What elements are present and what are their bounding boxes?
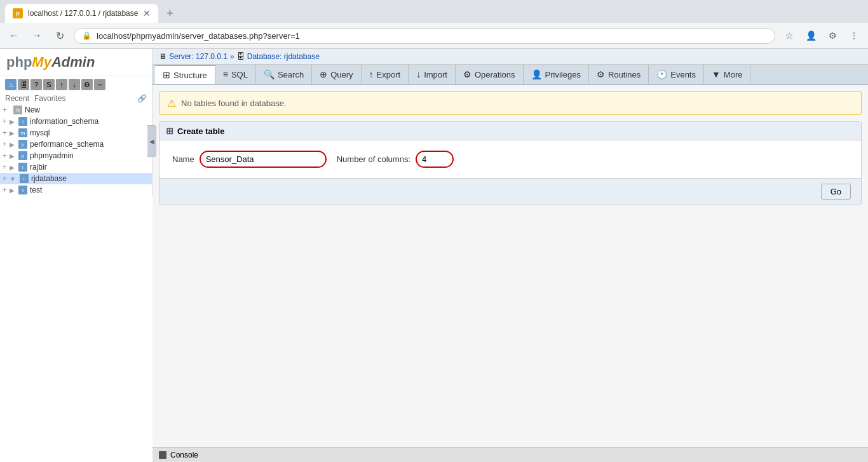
sidebar-import-icon[interactable]: ↓ <box>69 79 80 90</box>
new-tab-button[interactable]: + <box>161 4 179 22</box>
sidebar-home-icon[interactable]: ⌂ <box>5 79 17 90</box>
breadcrumb-server-icon: 🖥 <box>159 52 166 61</box>
db-icon-mysql: m <box>18 128 27 137</box>
db-item-performance-schema[interactable]: + ▶ p performance_schema <box>0 139 152 150</box>
tab-search-label: Search <box>278 70 304 79</box>
sidebar-sync-icon[interactable]: ↔ <box>94 79 105 90</box>
tab-more[interactable]: ▼ More <box>704 65 750 84</box>
url-text: localhost/phpmyadmin/server_databases.ph… <box>97 31 300 41</box>
tab-events[interactable]: 🕐 Events <box>649 65 704 84</box>
tab-import-label: Import <box>424 70 447 79</box>
sidebar-links: Recent Favorites 🔗 <box>0 93 152 104</box>
pma-logo: phpMyAdmin <box>6 54 95 71</box>
table-name-input[interactable] <box>200 151 327 168</box>
sidebar-outer: phpMyAdmin ⌂ 🗄 ? S ↑ ↓ ⚙ ↔ Recent <box>0 49 153 462</box>
db-item-test[interactable]: + ▶ t test <box>0 184 152 196</box>
tab-title: localhost / 127.0.0.1 / rjdatabase <box>28 9 138 18</box>
db-item-new[interactable]: + N New <box>0 104 152 116</box>
sidebar-settings-icon[interactable]: ⚙ <box>81 79 93 90</box>
tab-query[interactable]: ⊕ Query <box>312 65 361 84</box>
section-body: Name Number of columns: <box>159 140 861 178</box>
sidebar-query-icon[interactable]: ? <box>31 79 42 90</box>
tab-structure[interactable]: ⊞ Structure <box>155 65 215 84</box>
create-table-section: ⊞ Create table Name Number of columns: <box>159 121 862 205</box>
db-name-phpmyadmin: phpmyadmin <box>30 151 74 160</box>
db-item-rajbir[interactable]: + ▶ r rajbir <box>0 161 152 173</box>
db-icon-phpmyadmin: p <box>18 151 27 160</box>
tab-routines[interactable]: ⚙ Routines <box>589 65 649 84</box>
db-name-test: test <box>30 186 42 194</box>
favorites-link[interactable]: Favorites <box>34 94 65 103</box>
back-button[interactable]: ← <box>5 27 23 44</box>
search-icon: 🔍 <box>264 69 275 79</box>
profile-button[interactable]: 👤 <box>802 27 820 44</box>
database-list: + N New + ▶ i information_schema + ▶ <box>0 104 152 196</box>
sidebar: phpMyAdmin ⌂ 🗄 ? S ↑ ↓ ⚙ ↔ Recent <box>0 49 153 196</box>
db-name-performance-schema: performance_schema <box>30 140 104 149</box>
breadcrumb-separator: » <box>230 52 234 61</box>
sidebar-db-icon[interactable]: 🗄 <box>18 79 29 90</box>
menu-button[interactable]: ⋮ <box>845 27 863 44</box>
address-bar[interactable]: 🔒 localhost/phpmyadmin/server_databases.… <box>74 28 775 44</box>
db-icon-new: N <box>13 105 22 114</box>
sidebar-export-icon[interactable]: ↑ <box>56 79 67 90</box>
columns-input[interactable] <box>416 151 454 168</box>
tab-events-label: Events <box>670 70 696 79</box>
db-item-phpmyadmin[interactable]: + ▶ p phpmyadmin <box>0 150 152 161</box>
forward-button[interactable]: → <box>28 27 46 44</box>
tab-close-button[interactable]: ✕ <box>143 8 151 18</box>
events-icon: 🕐 <box>656 69 667 79</box>
query-icon: ⊕ <box>320 69 327 79</box>
operations-icon: ⚙ <box>463 69 471 79</box>
create-table-title: Create table <box>177 126 224 136</box>
structure-icon: ⊞ <box>163 70 170 80</box>
browser-tab[interactable]: p localhost / 127.0.0.1 / rjdatabase ✕ <box>5 4 158 23</box>
recent-link[interactable]: Recent <box>5 94 29 103</box>
breadcrumb-db-link[interactable]: Database: rjdatabase <box>247 52 320 61</box>
tab-privileges[interactable]: 👤 Privileges <box>524 65 589 84</box>
tab-structure-label: Structure <box>173 71 207 80</box>
db-item-rjdatabase[interactable]: + ▼ r rjdatabase <box>0 173 152 184</box>
tab-sql[interactable]: ≡ SQL <box>215 65 256 84</box>
db-icon-information-schema: i <box>18 117 27 126</box>
tab-more-label: More <box>724 70 743 79</box>
warning-icon: ⚠ <box>167 97 176 109</box>
tab-import[interactable]: ↓ Import <box>409 65 456 84</box>
bookmark-button[interactable]: ☆ <box>780 27 798 44</box>
db-icon-rjdatabase: r <box>20 174 29 183</box>
db-item-mysql[interactable]: + ▶ m mysql <box>0 127 152 139</box>
nav-tabs: ⊞ Structure ≡ SQL 🔍 Search ⊕ Query ↑ <box>153 65 868 85</box>
breadcrumb: 🖥 Server: 127.0.0.1 » 🗄 Database: rjdata… <box>153 49 868 65</box>
main-row: phpMyAdmin ⌂ 🗄 ? S ↑ ↓ ⚙ ↔ Recent <box>0 49 868 462</box>
tab-operations[interactable]: ⚙ Operations <box>456 65 524 84</box>
sidebar-collapse-button[interactable]: ◀ <box>147 125 156 157</box>
tab-query-label: Query <box>330 70 353 79</box>
name-field-group: Name <box>172 151 327 168</box>
section-header: ⊞ Create table <box>159 122 861 140</box>
lock-icon: 🔒 <box>82 31 92 40</box>
columns-label: Number of columns: <box>337 154 410 164</box>
columns-field-group: Number of columns: <box>337 151 454 168</box>
sidebar-extra-icon[interactable]: 🔗 <box>137 94 147 103</box>
tab-privileges-label: Privileges <box>545 70 581 79</box>
sidebar-sql-icon[interactable]: S <box>43 79 55 90</box>
console-bar[interactable]: Console <box>153 447 868 462</box>
db-name-information-schema: information_schema <box>30 117 98 126</box>
tab-export[interactable]: ↑ Export <box>362 65 409 84</box>
name-label: Name <box>172 154 194 164</box>
db-name-rjdatabase: rjdatabase <box>31 174 67 183</box>
go-button[interactable]: Go <box>821 184 851 200</box>
alert-message: No tables found in database. <box>181 99 287 108</box>
console-label: Console <box>170 451 198 459</box>
breadcrumb-server-link[interactable]: Server: 127.0.0.1 <box>169 52 227 61</box>
tab-bar: p localhost / 127.0.0.1 / rjdatabase ✕ + <box>0 0 868 23</box>
console-icon <box>159 451 166 459</box>
sidebar-icons: ⌂ 🗄 ? S ↑ ↓ ⚙ ↔ <box>0 76 152 93</box>
browser-actions: ☆ 👤 ⚙ ⋮ <box>780 27 863 44</box>
db-name-new: New <box>25 105 40 114</box>
tab-search[interactable]: 🔍 Search <box>256 65 312 84</box>
db-item-information-schema[interactable]: + ▶ i information_schema <box>0 116 152 127</box>
reload-button[interactable]: ↻ <box>51 27 69 44</box>
breadcrumb-db-icon: 🗄 <box>237 52 245 61</box>
extension-button[interactable]: ⚙ <box>824 27 841 44</box>
